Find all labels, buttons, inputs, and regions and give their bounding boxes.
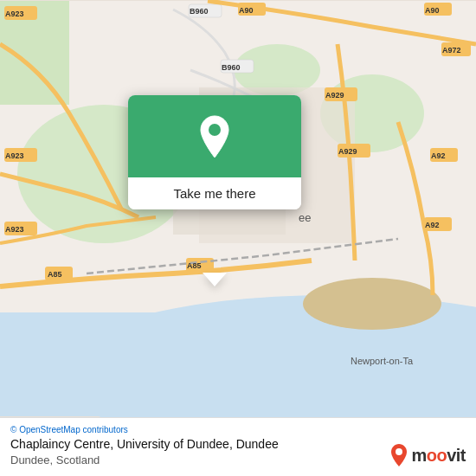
svg-text:A90: A90 [239, 6, 254, 15]
bottom-bar: © OpenStreetMap contributors Chaplaincy … [0, 417, 476, 476]
svg-text:Newport-on-Ta: Newport-on-Ta [351, 356, 414, 366]
app: A923 A923 A923 A85 A85 B960 B960 A90 A90… [0, 0, 476, 476]
svg-text:ee: ee [299, 211, 311, 224]
take-me-there-button[interactable]: Take me there [128, 177, 301, 209]
svg-text:A929: A929 [338, 147, 357, 156]
svg-text:A923: A923 [5, 10, 24, 18]
popup-green-area [128, 95, 301, 177]
map-container: A923 A923 A923 A85 A85 B960 B960 A90 A90… [0, 0, 476, 417]
svg-text:A923: A923 [5, 225, 24, 234]
svg-point-40 [209, 124, 221, 136]
svg-text:B960: B960 [190, 7, 209, 16]
svg-point-3 [303, 278, 441, 330]
svg-text:A85: A85 [187, 261, 202, 270]
svg-text:A972: A972 [442, 46, 461, 55]
svg-text:A923: A923 [5, 151, 24, 160]
moovit-logo: moovit [389, 443, 466, 467]
svg-text:A92: A92 [431, 151, 446, 160]
svg-text:A90: A90 [425, 6, 440, 15]
popup-card: Take me there [128, 95, 301, 209]
svg-text:A92: A92 [425, 221, 440, 229]
svg-text:A929: A929 [325, 91, 344, 100]
svg-text:B960: B960 [222, 63, 241, 72]
location-pin-icon [196, 114, 233, 159]
svg-text:A85: A85 [48, 270, 62, 279]
moovit-logo-pin-icon [389, 443, 408, 467]
moovit-text: moovit [411, 446, 466, 466]
popup-tail [203, 273, 227, 286]
svg-point-41 [396, 448, 402, 455]
attribution: © OpenStreetMap contributors [10, 425, 466, 434]
